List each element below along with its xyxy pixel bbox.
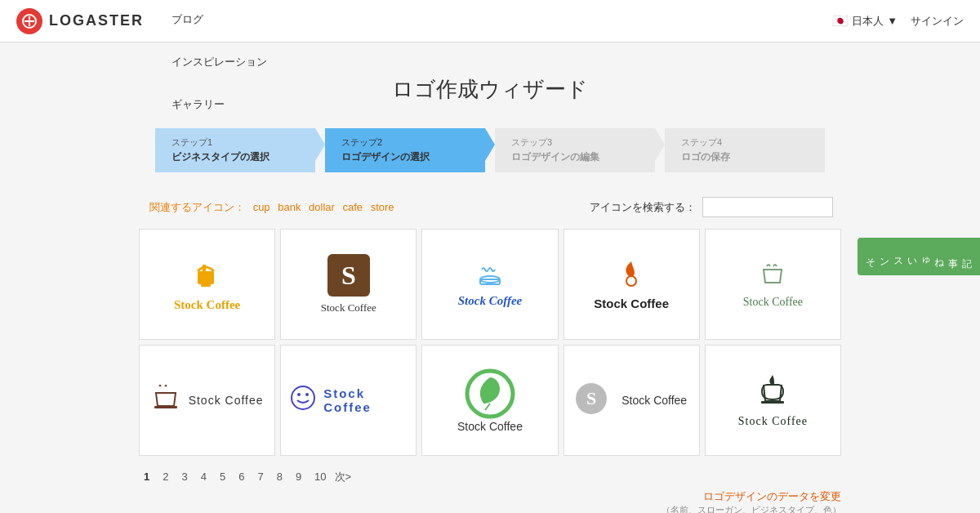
pagination: 1 2 3 4 5 6 7 8 9 10 次> — [131, 469, 849, 484]
signin-button[interactable]: サインイン — [911, 14, 964, 29]
search-label: アイコンを検索する： — [590, 200, 696, 215]
change-data-subtitle: （名前、スローガン、ビジネスタイプ、色） — [139, 504, 841, 513]
step-2[interactable]: ステップ2 ロゴデザインの選択 — [325, 128, 485, 172]
logo-2-text: Stock Coffee — [321, 301, 376, 314]
brand-name: LOGASTER — [49, 12, 144, 29]
step-1-label: ビジネスタイプの選択 — [172, 150, 299, 164]
lang-label: 日本人 — [852, 14, 884, 29]
chevron-down-icon: ▼ — [887, 15, 898, 27]
logo-9-icon: S — [576, 383, 607, 414]
header-right: 🇯🇵 日本人 ▼ サインイン — [832, 13, 964, 29]
svg-rect-5 — [201, 284, 211, 287]
page-4[interactable]: 4 — [196, 469, 212, 484]
change-data-section: ロゴデザインのデータを変更 （名前、スローガン、ビジネスタイプ、色） — [131, 489, 849, 513]
page-9[interactable]: 9 — [291, 469, 306, 484]
svg-point-8 — [626, 276, 636, 286]
page-7[interactable]: 7 — [252, 469, 268, 484]
logo-card-7[interactable]: Stock Coffee — [280, 345, 416, 456]
logo-4-icon — [617, 258, 646, 293]
logo-5-icon — [759, 260, 786, 292]
step-3-label: ロゴデザインの編集 — [511, 150, 639, 164]
step-3-arrow — [655, 128, 665, 161]
search-input[interactable] — [702, 197, 833, 217]
step-2-arrow — [485, 128, 495, 161]
next-page-button[interactable]: 次> — [335, 470, 352, 484]
logo-card-3[interactable]: Stock Coffee — [421, 229, 558, 340]
svg-point-10 — [292, 386, 314, 409]
tag-cafe[interactable]: cafe — [342, 201, 363, 213]
logo-card-5[interactable]: Stock Coffee — [705, 229, 841, 340]
tag-bank[interactable]: bank — [278, 201, 301, 213]
step-2-num: ステップ2 — [341, 136, 469, 149]
page-3[interactable]: 3 — [176, 469, 192, 484]
step-4-num: ステップ4 — [681, 136, 808, 149]
step-4-label: ロゴの保存 — [681, 150, 808, 164]
nav-gallery[interactable]: ギャラリー — [160, 85, 278, 127]
logo-10-text: Stock Coffee — [738, 415, 808, 428]
page-10[interactable]: 10 — [310, 469, 331, 484]
logo-card-6[interactable]: Stock Coffee — [139, 345, 275, 456]
nav-blog[interactable]: ブログ — [160, 0, 278, 42]
logo-grid: Stock Coffee S Stock Coffee — [131, 229, 849, 456]
step-4: ステップ4 ロゴの保存 — [665, 128, 825, 172]
svg-point-12 — [305, 393, 309, 396]
language-selector[interactable]: 🇯🇵 日本人 ▼ — [832, 13, 898, 29]
page-1[interactable]: 1 — [139, 469, 154, 484]
svg-rect-15 — [761, 401, 784, 404]
logo-card-4[interactable]: Stock Coffee — [564, 229, 700, 340]
page-5[interactable]: 5 — [215, 469, 230, 484]
search-area: アイコンを検索する： — [590, 197, 833, 217]
logo-1-icon — [191, 256, 224, 295]
svg-line-14 — [485, 404, 490, 410]
page-6[interactable]: 6 — [234, 469, 249, 484]
step-3: ステップ3 ロゴデザインの編集 — [495, 128, 655, 172]
logo-3-text: Stock Coffee — [458, 294, 522, 308]
logo-2-icon: S — [327, 254, 370, 297]
logo-1-text: Stock Coffee — [174, 298, 240, 312]
logo-4-text: Stock Coffee — [594, 297, 669, 310]
logo-8-icon — [464, 368, 516, 420]
logo-card-1[interactable]: Stock Coffee — [139, 229, 275, 340]
step-1-arrow — [315, 128, 325, 161]
step-1-num: ステップ1 — [172, 136, 299, 149]
logo-10-icon — [759, 373, 786, 412]
svg-rect-4 — [203, 265, 206, 271]
page-2[interactable]: 2 — [158, 469, 173, 484]
svg-rect-9 — [154, 406, 177, 408]
side-tab[interactable]: 記事ねゅいスンそ — [858, 238, 980, 275]
related-icons: 関連するアイコン： cup bank dollar cafe store — [147, 200, 397, 215]
related-label: 関連するアイコン： — [149, 201, 245, 213]
logo-card-10[interactable]: Stock Coffee — [705, 345, 841, 456]
logo-3-icon — [475, 261, 505, 291]
logo-card-2[interactable]: S Stock Coffee — [280, 229, 416, 340]
page-8[interactable]: 8 — [272, 469, 287, 484]
logo-6-icon — [151, 381, 180, 420]
svg-rect-3 — [198, 271, 214, 284]
logo-card-9[interactable]: S Stock Coffee — [564, 345, 700, 456]
logo-9-text: Stock Coffee — [621, 394, 687, 407]
logo-card-8[interactable]: Stock Coffee — [421, 345, 558, 456]
brand-logo[interactable]: LOGASTER — [16, 8, 144, 34]
logo-6-text: Stock Coffee — [189, 394, 264, 407]
svg-point-11 — [297, 393, 301, 396]
main-content: ロゴ作成ウィザード ステップ1 ビジネスタイプの選択 ステップ2 ロゴデザインの… — [0, 42, 980, 513]
logo-8-text: Stock Coffee — [457, 420, 523, 433]
flag-icon: 🇯🇵 — [832, 13, 849, 29]
logo-7-text: Stock Coffee — [323, 386, 408, 414]
nav-inspiration[interactable]: インスピレーション — [160, 42, 278, 85]
tag-cup[interactable]: cup — [253, 201, 270, 213]
tag-store[interactable]: store — [371, 201, 394, 213]
stepper: ステップ1 ビジネスタイプの選択 ステップ2 ロゴデザインの選択 ステップ3 ロ… — [155, 128, 825, 172]
tag-dollar[interactable]: dollar — [309, 201, 335, 213]
header: LOGASTER ロゴ作成 ▼ 料金 会社概要 ブログ インスピレーション ギャ… — [0, 0, 980, 42]
step-1[interactable]: ステップ1 ビジネスタイプの選択 — [155, 128, 315, 172]
change-data-link[interactable]: ロゴデザインのデータを変更 — [139, 489, 841, 504]
page-title: ロゴ作成ウィザード — [0, 75, 980, 104]
step-3-num: ステップ3 — [511, 136, 639, 149]
logo-7-icon — [289, 384, 317, 417]
filter-bar: 関連するアイコン： cup bank dollar cafe store アイコ… — [139, 197, 841, 217]
logo-icon — [16, 8, 42, 34]
logo-5-text: Stock Coffee — [743, 296, 803, 309]
step-2-label: ロゴデザインの選択 — [341, 150, 469, 164]
